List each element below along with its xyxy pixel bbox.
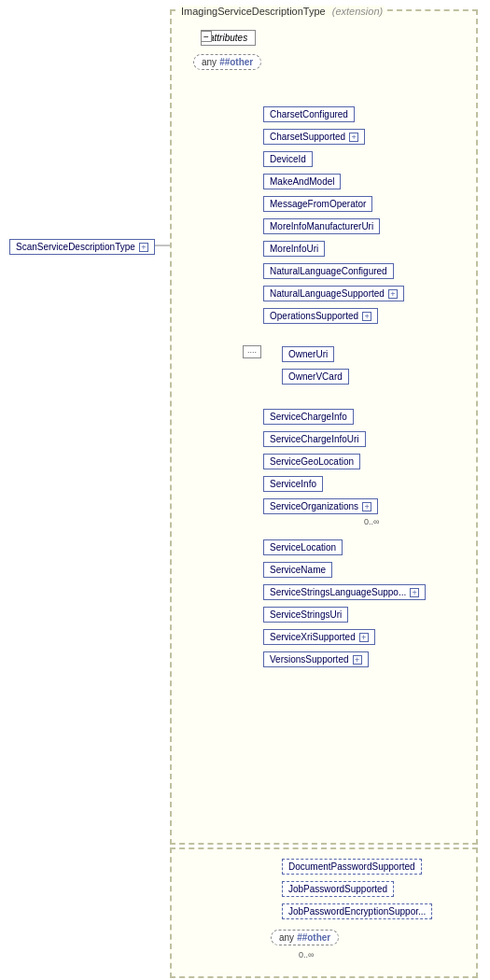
elem-DocumentPasswordSupported: DocumentPasswordSupported: [282, 859, 422, 875]
plus-VersionsSupported[interactable]: +: [353, 655, 362, 665]
elem-ServiceChargeInfoUri: ServiceChargeInfoUri: [263, 431, 366, 447]
elem-OperationsSupported: OperationsSupported +: [263, 308, 378, 324]
attributes-minus[interactable]: −: [201, 31, 212, 42]
elem-ServiceStringsUri: ServiceStringsUri: [263, 607, 348, 623]
plus-NaturalLanguageSupported[interactable]: +: [388, 289, 398, 299]
elem-ServiceName: ServiceName: [263, 562, 332, 578]
cardinality-ServiceOrganizations: 0..∞: [364, 517, 379, 526]
elem-JobPasswordEncryptionSupport: JobPasswordEncryptionSuppor...: [282, 903, 432, 919]
elem-NaturalLanguageSupported: NaturalLanguageSupported +: [263, 286, 404, 301]
elem-ServiceStringsLanguageSuppo: ServiceStringsLanguageSuppo... +: [263, 584, 426, 600]
elem-NaturalLanguageConfigured: NaturalLanguageConfigured: [263, 263, 394, 279]
imaging-service-title: ImagingServiceDescriptionType (extension…: [179, 6, 385, 17]
elem-OwnerUri: OwnerUri: [282, 346, 334, 362]
elem-OwnerVCard: OwnerVCard: [282, 369, 349, 385]
elem-ServiceInfo: ServiceInfo: [263, 476, 323, 492]
plus-ServiceXriSupported[interactable]: +: [359, 633, 369, 642]
elem-CharsetSupported: CharsetSupported +: [263, 129, 365, 145]
plus-OperationsSupported[interactable]: +: [362, 312, 371, 321]
elem-DeviceId: DeviceId: [263, 151, 313, 167]
cardinality-bottom-any: 0..∞: [299, 950, 314, 959]
plus-ServiceOrganizations[interactable]: +: [362, 502, 371, 511]
elem-MoreInfoManufacturerUri: MoreInfoManufacturerUri: [263, 218, 380, 234]
elem-ServiceGeoLocation: ServiceGeoLocation: [263, 454, 360, 469]
elem-MessageFromOperator: MessageFromOperator: [263, 196, 372, 212]
any-other-bottom-box: any ##other: [271, 930, 339, 945]
elem-VersionsSupported: VersionsSupported +: [263, 651, 369, 667]
elem-CharsetConfigured: CharsetConfigured: [263, 106, 355, 122]
elem-ServiceOrganizations: ServiceOrganizations +: [263, 498, 378, 514]
any-other-box: any ##other: [193, 54, 261, 70]
elem-ServiceLocation: ServiceLocation: [263, 539, 343, 555]
elem-JobPasswordSupported: JobPasswordSupported: [282, 881, 394, 897]
elem-MakeAndModel: MakeAndModel: [263, 174, 341, 189]
elem-MoreInfoUri: MoreInfoUri: [263, 241, 325, 257]
seq-box-1: ····: [243, 345, 261, 358]
diagram-container: ImagingServiceDescriptionType (extension…: [0, 0, 490, 980]
plus-ServiceStringsLanguageSuppo[interactable]: +: [410, 588, 419, 597]
elem-ServiceChargeInfo: ServiceChargeInfo: [263, 409, 354, 425]
plus-CharsetSupported[interactable]: +: [349, 133, 358, 142]
elem-ServiceXriSupported: ServiceXriSupported +: [263, 629, 375, 645]
scan-type-plus[interactable]: +: [139, 243, 148, 252]
scan-service-type-box: ScanServiceDescriptionType +: [9, 239, 155, 255]
